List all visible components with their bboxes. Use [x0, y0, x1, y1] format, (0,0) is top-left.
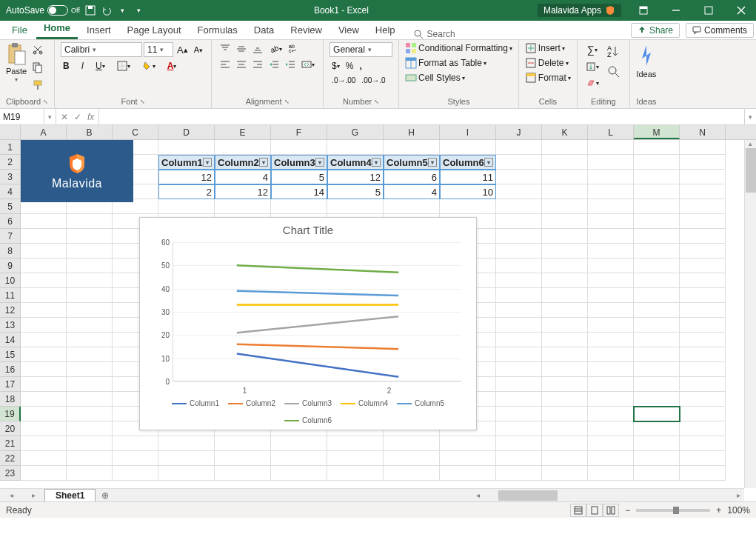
- sheet-nav-next[interactable]: ▸: [22, 491, 44, 499]
- align-bottom-button[interactable]: [250, 42, 265, 56]
- column-header-B[interactable]: B: [67, 125, 113, 139]
- zoom-percent[interactable]: 100%: [727, 505, 750, 516]
- row-header-6[interactable]: 6: [0, 214, 21, 229]
- name-box-dropdown[interactable]: ▾: [44, 109, 56, 124]
- legend-item-column3[interactable]: Column3: [284, 399, 332, 407]
- row-header-17[interactable]: 17: [0, 377, 21, 392]
- row-header-5[interactable]: 5: [0, 199, 21, 214]
- tab-home[interactable]: Home: [36, 19, 78, 39]
- tab-formulas[interactable]: Formulas: [190, 21, 245, 39]
- embedded-chart[interactable]: Chart Title 0102030405060 12 Column1Colu…: [139, 217, 477, 430]
- table-cell[interactable]: 11: [440, 170, 496, 184]
- comma-format-button[interactable]: ,: [357, 59, 364, 73]
- increase-indent-button[interactable]: [283, 58, 298, 71]
- table-cell[interactable]: 12: [158, 170, 215, 184]
- legend-item-column2[interactable]: Column2: [228, 399, 275, 407]
- table-header-column6[interactable]: Column6▾: [440, 155, 496, 170]
- column-header-C[interactable]: C: [113, 125, 158, 139]
- row-header-18[interactable]: 18: [0, 392, 21, 407]
- table-cell[interactable]: 6: [384, 170, 440, 184]
- undo-icon[interactable]: [101, 4, 113, 16]
- legend-item-column1[interactable]: Column1: [172, 399, 219, 407]
- underline-button[interactable]: U ▾: [93, 59, 107, 73]
- row-header-7[interactable]: 7: [0, 229, 21, 244]
- format-as-table-button[interactable]: Format as Table▾: [405, 57, 486, 69]
- row-header-9[interactable]: 9: [0, 259, 21, 273]
- tab-insert[interactable]: Insert: [79, 21, 118, 39]
- tab-page-layout[interactable]: Page Layout: [120, 21, 189, 39]
- align-top-button[interactable]: [218, 42, 233, 56]
- insert-cells-button[interactable]: Insert▾: [525, 42, 565, 54]
- ribbon-display-icon[interactable]: [629, 0, 658, 21]
- spreadsheet-grid[interactable]: ABCDEFGHIJKLMN 1234567891011121314151617…: [0, 125, 756, 501]
- column-header-D[interactable]: D: [158, 125, 215, 139]
- ideas-button[interactable]: Ideas: [636, 42, 657, 79]
- name-box[interactable]: M19: [0, 109, 44, 124]
- fx-icon[interactable]: fx: [87, 112, 94, 122]
- row-header-23[interactable]: 23: [0, 466, 21, 481]
- row-header-11[interactable]: 11: [0, 288, 21, 303]
- sheet-tab-sheet1[interactable]: Sheet1: [44, 489, 96, 501]
- cut-button[interactable]: [30, 42, 46, 57]
- table-cell[interactable]: 14: [271, 184, 327, 199]
- chart-legend[interactable]: Column1Column2Column3Column4Column5Colum…: [140, 395, 476, 429]
- number-format-combo[interactable]: General▾: [330, 42, 392, 57]
- zoom-slider[interactable]: [636, 509, 710, 512]
- column-header-K[interactable]: K: [542, 125, 588, 139]
- table-cell[interactable]: 4: [384, 184, 440, 199]
- column-header-E[interactable]: E: [215, 125, 271, 139]
- row-header-20[interactable]: 20: [0, 421, 21, 436]
- formula-bar-expand[interactable]: ▾: [744, 109, 756, 124]
- enter-formula-icon[interactable]: ✓: [74, 112, 81, 122]
- zoom-in-button[interactable]: +: [716, 505, 721, 516]
- table-cell[interactable]: 10: [440, 184, 496, 199]
- accounting-format-button[interactable]: $▾: [330, 59, 342, 73]
- decrease-indent-button[interactable]: [267, 58, 281, 71]
- format-cells-button[interactable]: Format▾: [525, 72, 571, 84]
- bold-button[interactable]: B: [61, 59, 72, 73]
- formula-input[interactable]: [99, 109, 744, 124]
- decrease-font-button[interactable]: A▾: [192, 44, 205, 56]
- row-header-19[interactable]: 19: [0, 407, 21, 421]
- qat-customize-icon[interactable]: ▾: [133, 4, 145, 16]
- format-painter-button[interactable]: [30, 78, 46, 93]
- view-page-break-button[interactable]: [603, 504, 619, 517]
- row-header-10[interactable]: 10: [0, 273, 21, 288]
- view-normal-button[interactable]: [570, 504, 586, 517]
- find-select-button[interactable]: [604, 63, 623, 81]
- legend-item-column4[interactable]: Column4: [341, 399, 388, 407]
- font-color-button[interactable]: A▾: [165, 59, 179, 73]
- column-header-I[interactable]: I: [440, 125, 496, 139]
- column-header-M[interactable]: M: [634, 125, 680, 139]
- table-cell[interactable]: 2: [158, 184, 215, 199]
- active-cell[interactable]: [634, 407, 680, 421]
- orientation-button[interactable]: ab▾: [267, 42, 284, 56]
- copy-button[interactable]: [30, 60, 46, 75]
- align-right-button[interactable]: [250, 58, 265, 71]
- conditional-formatting-button[interactable]: Conditional Formatting▾: [405, 42, 512, 54]
- tab-help[interactable]: Help: [368, 21, 403, 39]
- zoom-out-button[interactable]: −: [625, 505, 630, 516]
- vertical-scrollbar[interactable]: ▴: [744, 140, 756, 488]
- column-header-A[interactable]: A: [21, 125, 67, 139]
- row-header-3[interactable]: 3: [0, 170, 21, 184]
- merge-center-button[interactable]: ▾: [299, 58, 317, 71]
- column-header-J[interactable]: J: [496, 125, 542, 139]
- tab-file[interactable]: File: [4, 21, 35, 39]
- sheet-nav-prev[interactable]: ◂: [0, 491, 22, 499]
- save-icon[interactable]: [84, 4, 96, 16]
- column-header-H[interactable]: H: [384, 125, 440, 139]
- percent-format-button[interactable]: %: [344, 59, 356, 73]
- row-header-15[interactable]: 15: [0, 347, 21, 362]
- table-header-column4[interactable]: Column4▾: [327, 155, 384, 170]
- borders-button[interactable]: ▾: [115, 59, 133, 73]
- horizontal-scrollbar[interactable]: ◂▸: [472, 488, 744, 501]
- row-header-8[interactable]: 8: [0, 244, 21, 259]
- row-header-14[interactable]: 14: [0, 333, 21, 347]
- legend-item-column5[interactable]: Column5: [397, 399, 444, 407]
- row-header-4[interactable]: 4: [0, 184, 21, 199]
- maximize-button[interactable]: [694, 0, 723, 21]
- fill-button[interactable]: ▾: [583, 60, 601, 73]
- font-name-combo[interactable]: Calibri▾: [61, 42, 142, 57]
- comments-button[interactable]: Comments: [686, 23, 754, 38]
